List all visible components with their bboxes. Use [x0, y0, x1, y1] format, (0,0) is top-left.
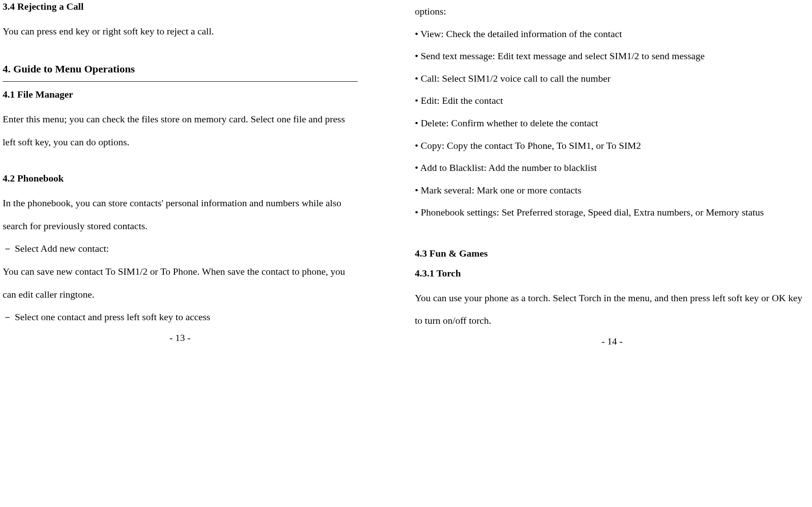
para-4-1: Enter this menu; you can check the files…: [3, 108, 358, 153]
bullet-delete: • Delete: Confirm whether to delete the …: [415, 112, 810, 135]
para-4-3-1: You can use your phone as a torch. Selec…: [415, 287, 810, 332]
spacer: [3, 153, 358, 161]
page-number-left: - 13 -: [3, 331, 358, 345]
bullet-edit: • Edit: Edit the contact: [415, 90, 810, 112]
para-3-4: You can press end key or right soft key …: [3, 20, 358, 43]
section-divider: [3, 81, 358, 82]
heading-3-4: 3.4 Rejecting a Call: [3, 0, 358, 14]
options-continued: options:: [415, 0, 810, 23]
para-4-2: In the phonebook, you can store contacts…: [3, 192, 358, 237]
bullet-blacklist: • Add to Blacklist: Add the number to bl…: [415, 157, 810, 179]
dash-item-1: － Select Add new contact:: [3, 237, 358, 260]
page-number-right: - 14 -: [415, 335, 810, 348]
para-dash-1: You can save new contact To SIM1/2 or To…: [3, 260, 358, 306]
page-left: 3.4 Rejecting a Call You can press end k…: [0, 0, 406, 348]
page-spread: 3.4 Rejecting a Call You can press end k…: [0, 0, 812, 348]
bullet-send-text: • Send text message: Edit text message a…: [415, 45, 810, 68]
bullet-phonebook-settings: • Phonebook settings: Set Preferred stor…: [415, 201, 810, 224]
page-right: options: • View: Check the detailed info…: [406, 0, 812, 348]
heading-4: 4. Guide to Menu Operations: [3, 62, 358, 77]
bullet-view: • View: Check the detailed information o…: [415, 23, 810, 45]
heading-4-3-1: 4.3.1 Torch: [415, 267, 810, 280]
bullet-copy: • Copy: Copy the contact To Phone, To SI…: [415, 135, 810, 157]
heading-4-1: 4.1 File Manager: [3, 88, 358, 102]
bullet-mark-several: • Mark several: Mark one or more contact…: [415, 179, 810, 202]
heading-4-2: 4.2 Phonebook: [3, 172, 358, 185]
dash-item-2: － Select one contact and press left soft…: [3, 306, 358, 329]
spacer: [415, 224, 810, 236]
heading-4-3: 4.3 Fun & Games: [415, 247, 810, 261]
bullet-call: • Call: Select SIM1/2 voice call to call…: [415, 68, 810, 90]
